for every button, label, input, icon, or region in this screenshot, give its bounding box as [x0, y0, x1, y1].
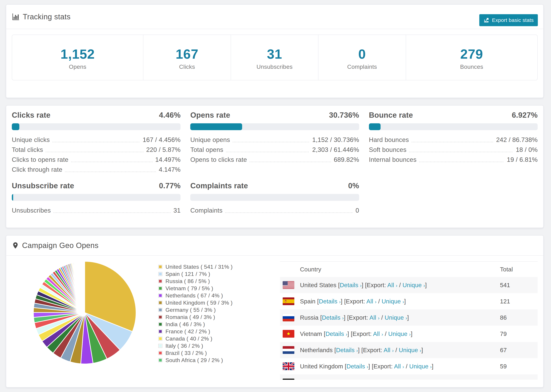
bracket: [ — [324, 330, 325, 337]
total-cell: 55 — [500, 374, 538, 380]
legend-swatch — [158, 351, 162, 355]
export-all-link[interactable]: All › — [376, 379, 386, 380]
export-unique-link-label: Unique — [391, 379, 410, 380]
legend-label: Brazil ( 33 / 2% ) — [165, 350, 207, 356]
rates-card: Clicks rate 4.46% Unique clicks — [6, 105, 544, 228]
rate-block: Unsubscribe rate 0.77% Unsubscribes — [12, 182, 181, 216]
chevron-right-icon: › — [381, 332, 383, 337]
bracket: [ — [345, 363, 346, 370]
rate-row-value: 2,303 / 61.446% — [312, 147, 359, 153]
export-unique-link[interactable]: Unique › — [388, 330, 411, 337]
rate-title: Unsubscribe rate — [12, 182, 74, 189]
flag-cell — [280, 326, 300, 342]
details-link[interactable]: Details › — [322, 314, 344, 321]
country-flag — [283, 346, 294, 354]
rate-row: Unique opens 1,152 / 30.736% — [190, 135, 359, 145]
rate-percent: 0% — [348, 182, 359, 189]
legend-item: Vietnam ( 79 / 5% ) — [158, 285, 233, 292]
details-link[interactable]: Details › — [336, 347, 358, 353]
dotted-leader — [53, 142, 140, 142]
geo-opens-title: Campaign Geo Opens — [22, 241, 99, 250]
details-link[interactable]: Details › — [328, 379, 350, 380]
bracket: ] — [361, 282, 363, 288]
bracket: [ — [347, 314, 349, 321]
chevron-right-icon: › — [396, 283, 397, 288]
legend-swatch — [158, 294, 162, 298]
export-all-link[interactable]: All › — [366, 298, 376, 305]
legend-item: United Kingdom ( 59 / 3% ) — [158, 299, 233, 306]
rate-row: Complaints 0 — [190, 206, 359, 216]
details-link[interactable]: Details › — [346, 363, 368, 370]
export-unique-link[interactable]: Unique › — [403, 282, 425, 288]
stat-value: 167 — [176, 47, 198, 61]
rate-progress-track — [12, 123, 181, 130]
total-cell: 59 — [500, 358, 538, 374]
chevron-right-icon: › — [375, 299, 377, 304]
geo-chart-area: United States ( 541 / 31% ) Spain ( 121 … — [12, 256, 270, 388]
details-link[interactable]: Details › — [340, 282, 362, 288]
rate-row: Click through rate 4.147% — [12, 165, 181, 175]
legend-swatch — [158, 322, 162, 326]
rate-row-label: Total opens — [190, 147, 223, 153]
rate-title: Bounce rate — [369, 111, 413, 119]
export-all-link-label: All — [369, 314, 376, 321]
details-link[interactable]: Details › — [319, 298, 341, 305]
export-all-link[interactable]: All › — [384, 347, 394, 353]
rate-progress-fill — [369, 123, 381, 130]
dotted-leader — [225, 212, 353, 213]
legend-swatch — [158, 286, 162, 290]
export-unique-link[interactable]: Unique › — [391, 379, 414, 380]
geo-table-header-row: Country Total — [280, 261, 538, 277]
legend-label: India ( 46 / 3% ) — [165, 321, 205, 328]
bracket: [ — [338, 282, 340, 288]
export-all-link[interactable]: All › — [387, 282, 397, 288]
flag-cell — [280, 358, 300, 374]
flag-cell — [280, 374, 300, 380]
rate-progress-track — [12, 194, 181, 201]
stats-summary-box: 1,152 Opens 167 Clicks 31 Unsubscribes 0… — [12, 35, 538, 80]
details-link[interactable]: Details › — [325, 330, 347, 337]
country-flag — [283, 314, 294, 321]
geo-table-row: Russia [Details ›] [Export: All › / Uniq… — [280, 309, 538, 326]
export-unique-link[interactable]: Unique › — [409, 363, 432, 370]
rate-rows: Unsubscribes 31 — [12, 206, 181, 216]
geo-table-scroll[interactable]: Country Total — [280, 261, 538, 380]
page: Tracking stats Export basic stats 1,152 … — [6, 4, 544, 392]
export-unique-link[interactable]: Unique › — [381, 298, 404, 305]
export-all-link-label: All — [384, 347, 390, 353]
export-label: Export: — [373, 363, 393, 370]
dotted-leader — [65, 172, 156, 172]
stat-cell: 31 Unsubscribes — [231, 35, 319, 80]
rate-head: Complaints rate 0% — [190, 182, 359, 189]
export-unique-link[interactable]: Unique › — [385, 314, 407, 321]
export-all-link[interactable]: All › — [373, 330, 383, 337]
rate-progress-fill — [190, 123, 242, 130]
export-unique-link[interactable]: Unique › — [399, 347, 422, 353]
export-basic-stats-button[interactable]: Export basic stats — [479, 14, 538, 26]
geo-opens-header: Campaign Geo Opens — [6, 236, 543, 256]
rates-grid-row-1: Clicks rate 4.46% Unique clicks — [12, 111, 538, 175]
bracket: [ — [365, 282, 367, 288]
rate-title: Clicks rate — [12, 111, 50, 119]
rate-row-label: Hard bounces — [369, 137, 409, 143]
rate-row-value: 18 / 0% — [516, 147, 538, 153]
rate-progress-fill — [12, 123, 19, 130]
rate-block: Complaints rate 0% Complaints — [190, 182, 359, 216]
geo-table-row: Spain [Details ›] [Export: All › / Uniqu… — [280, 293, 538, 309]
bracket: [ — [334, 347, 336, 353]
rate-row: Clicks to opens rate 14.497% — [12, 155, 181, 165]
export-unique-link-label: Unique — [388, 330, 407, 337]
total-cell: 67 — [500, 342, 538, 358]
bracket: ] — [421, 347, 423, 353]
bracket: [ — [317, 298, 319, 305]
geo-table-area: Country Total — [280, 256, 538, 388]
stat-cell: 167 Clicks — [143, 35, 231, 80]
country-name: United Kingdom — [300, 363, 343, 370]
export-unique-link-label: Unique — [399, 347, 418, 353]
export-all-link[interactable]: All › — [394, 363, 404, 370]
export-all-link[interactable]: All › — [369, 314, 380, 321]
rate-percent: 6.927% — [512, 111, 538, 119]
country-cell: United Kingdom [Details ›] [Export: All … — [300, 358, 500, 374]
legend-item: Brazil ( 33 / 2% ) — [158, 350, 233, 357]
slash: / — [406, 363, 408, 370]
